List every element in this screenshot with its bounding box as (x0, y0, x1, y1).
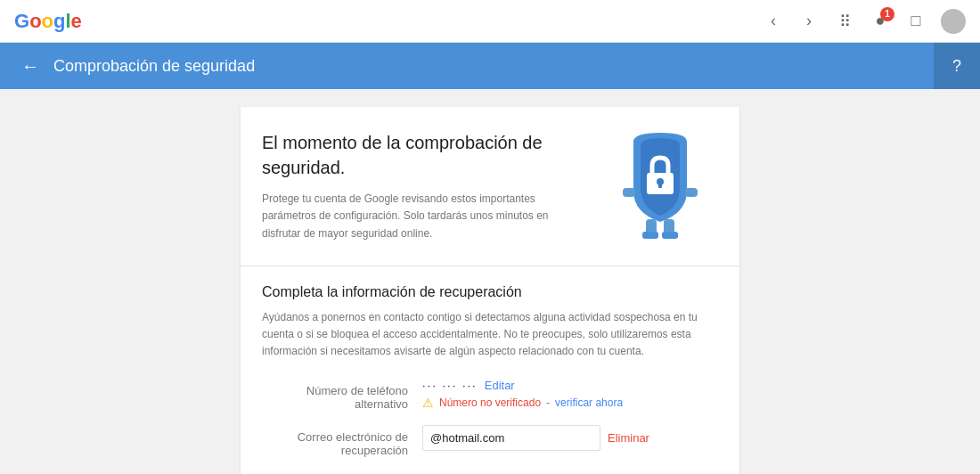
email-value: Eliminar (422, 425, 718, 451)
email-label-text: Correo electrónico derecuperación (298, 430, 408, 457)
phone-dots: ··· ··· ··· (422, 379, 478, 392)
edit-phone-link[interactable]: Editar (485, 379, 515, 392)
separator: - (546, 396, 550, 409)
recovery-section: Completa la información de recuperación … (241, 266, 739, 474)
security-card: El momento de la comprobación de segurid… (241, 107, 739, 474)
verify-link[interactable]: verificar ahora (555, 396, 623, 409)
svg-rect-7 (623, 188, 635, 197)
hero-description: Protege tu cuenta de Google revisando es… (262, 191, 584, 242)
main-content: El momento de la comprobación de segurid… (0, 89, 980, 474)
unverified-text: Número no verificado (439, 396, 541, 409)
svg-rect-6 (662, 232, 678, 239)
avatar[interactable] (941, 9, 966, 34)
top-nav: Google ‹ › ⠿ 1 ● □ (0, 0, 980, 43)
add-account-icon[interactable]: □ (905, 11, 927, 32)
notification-badge: 1 (880, 7, 894, 21)
phone-label: Número de teléfono alternativo (262, 379, 422, 411)
arrow-forward-icon[interactable]: › (798, 11, 820, 32)
back-button[interactable]: ← (21, 56, 39, 77)
recovery-description: Ayúdanos a ponernos en contacto contigo … (262, 309, 718, 361)
svg-rect-8 (685, 188, 698, 197)
shield-illustration (602, 128, 718, 244)
svg-rect-5 (642, 232, 658, 239)
phone-row: ··· ··· ··· Editar (422, 379, 718, 392)
page-header: ← Comprobación de seguridad ? (0, 43, 980, 89)
email-form-row: Correo electrónico derecuperación Elimin… (262, 425, 718, 457)
warning-row: ⚠ Número no verificado - verificar ahora (422, 396, 718, 410)
recovery-title: Completa la información de recuperación (262, 284, 718, 300)
svg-rect-2 (658, 182, 662, 188)
hero-text: El momento de la comprobación de segurid… (262, 130, 602, 242)
hero-section: El momento de la comprobación de segurid… (241, 107, 739, 266)
email-input[interactable] (422, 425, 600, 451)
email-label: Correo electrónico derecuperación (262, 425, 422, 457)
email-row: Eliminar (422, 425, 718, 451)
google-logo: Google (14, 10, 82, 33)
apps-icon[interactable]: ⠿ (834, 11, 855, 32)
page-title: Comprobación de seguridad (53, 57, 255, 76)
warning-icon: ⚠ (422, 396, 434, 410)
help-button[interactable]: ? (934, 43, 980, 89)
phone-form-row: Número de teléfono alternativo ··· ··· ·… (262, 379, 718, 411)
hero-title: El momento de la comprobación de segurid… (262, 130, 584, 180)
phone-value: ··· ··· ··· Editar ⚠ Número no verificad… (422, 379, 718, 410)
top-nav-left: Google (14, 10, 82, 33)
remove-email-link[interactable]: Eliminar (608, 431, 649, 445)
notification-icon[interactable]: 1 ● (870, 11, 891, 32)
arrow-back-icon[interactable]: ‹ (763, 11, 784, 32)
shield-svg (616, 133, 705, 240)
top-nav-right: ‹ › ⠿ 1 ● □ (763, 9, 966, 34)
